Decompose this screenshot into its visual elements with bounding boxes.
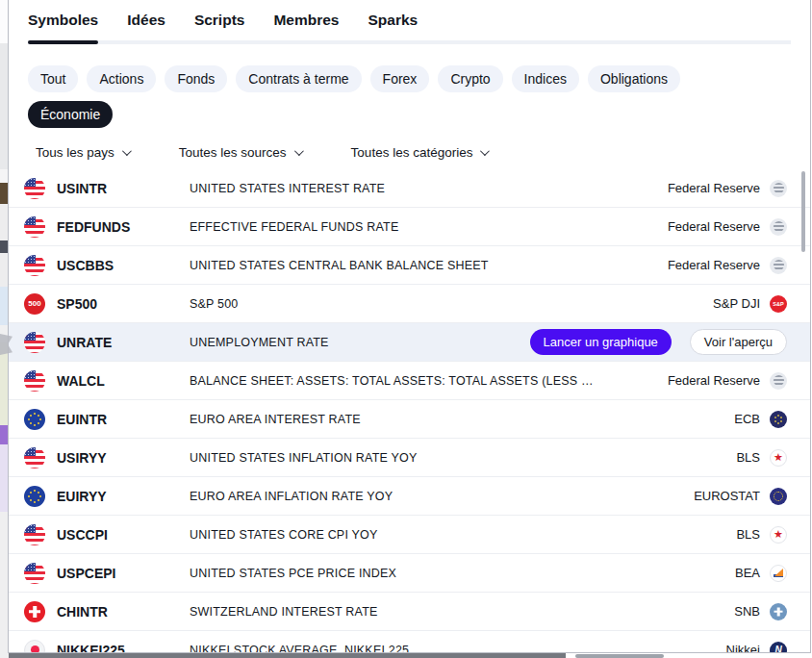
filter-chip-contrats-a-terme[interactable]: Contrats à terme [236,65,361,92]
chevron-down-icon [480,146,490,156]
symbol-description: UNITED STATES INTEREST RATE [190,182,668,195]
chevron-down-icon [122,146,132,156]
symbol-row-nikkei225[interactable]: NIKKEI225 NIKKEI STOCK AVERAGE, NIKKEI 2… [9,631,810,653]
asset-type-filters: Tout Actions Fonds Contrats à terme Fore… [28,65,778,92]
jp-flag-icon [24,640,45,654]
source-label: Federal Reserve [668,181,760,195]
tab-idees[interactable]: Idées [127,12,165,40]
symbol-description: UNITED STATES PCE PRICE INDEX [190,567,735,580]
fed-icon [770,257,787,274]
row-right-area: SNB [734,603,787,620]
dialog-tabs: Symboles Idées Scripts Membres Sparks [28,0,791,44]
symbol-description: UNITED STATES CENTRAL BANK BALANCE SHEET [190,259,668,272]
row-right-area: BLS★ [736,449,787,467]
fed-icon [770,180,787,197]
us-flag-icon [24,216,45,238]
symbol-description: UNITED STATES CORE CPI YOY [190,528,736,542]
symbol-row-euintr[interactable]: EUINTR EURO AREA INTEREST RATE ECB [9,400,810,439]
filter-chip-crypto[interactable]: Crypto [438,65,502,92]
preview-button[interactable]: Voir l'aperçu [690,329,787,355]
symbol-ticker: CHINTR [57,604,190,620]
symbol-ticker: USCCPI [57,527,190,543]
symbol-ticker: UNRATE [57,335,190,350]
symbol-ticker: SP500 [57,296,190,312]
row-right-area: EUROSTAT [694,488,787,505]
symbol-ticker: USPCEPI [57,566,190,581]
row-right-area: NikkeiN [726,642,787,654]
source-label: SNB [734,604,760,619]
bea-icon [770,565,787,582]
symbol-ticker: EUINTR [57,412,190,427]
background-page-bottom-bar [9,653,566,658]
scrollbar-thumb[interactable] [801,171,805,252]
source-label: Federal Reserve [668,219,760,234]
fed-icon [770,372,787,390]
dropdown-tous-les-pays[interactable]: Tous les pays [36,145,129,160]
symbol-row-chintr[interactable]: CHINTR SWITZERLAND INTEREST RATE SNB [9,593,810,631]
us-flag-icon [24,178,45,199]
symbol-ticker: WALCL [57,373,190,389]
symbol-row-sp500[interactable]: 500 SP500 S&P 500 S&P DJIS&P [9,285,810,323]
nikkei-icon: N [770,642,787,654]
us-flag-icon [24,447,45,468]
source-label: EUROSTAT [694,489,760,503]
source-label: S&P DJI [713,296,760,311]
symbol-row-fedfunds[interactable]: FEDFUNDS EFFECTIVE FEDERAL FUNDS RATE Fe… [9,208,810,246]
tab-scripts[interactable]: Scripts [194,12,245,40]
background-page-date-text [575,654,664,658]
eurostat-icon [770,488,787,505]
us-flag-icon [24,563,45,584]
source-label: Nikkei [726,643,760,653]
filter-chip-indices[interactable]: Indices [512,65,579,92]
fed-icon [770,218,787,236]
symbol-ticker: USINTR [57,181,190,196]
dropdown-toutes-les-sources[interactable]: Toutes les sources [179,145,301,160]
symbol-description: NIKKEI STOCK AVERAGE, NIKKEI 225 [190,644,726,654]
symbol-description: BALANCE SHEET: ASSETS: TOTAL ASSETS: TOT… [190,374,668,388]
symbol-row-usiryy[interactable]: USIRYY UNITED STATES INFLATION RATE YOY … [9,439,810,477]
filter-chip-fonds[interactable]: Fonds [165,65,227,92]
symbol-row-unrate[interactable]: UNRATE UNEMPLOYMENT RATE Lancer un graph… [9,323,810,362]
asset-type-filters-row2: Économie [28,101,113,128]
filter-chip-forex[interactable]: Forex [370,65,430,92]
tab-sparks[interactable]: Sparks [368,12,419,40]
row-right-area: Federal Reserve [668,180,787,197]
us-flag-icon [24,370,45,392]
symbol-list: USINTR UNITED STATES INTEREST RATE Feder… [9,169,810,653]
symbol-description: UNEMPLOYMENT RATE [190,336,530,349]
filter-chip-tout[interactable]: Tout [28,65,78,92]
symbol-description: EFFECTIVE FEDERAL FUNDS RATE [190,220,668,234]
symbol-row-walcl[interactable]: WALCL BALANCE SHEET: ASSETS: TOTAL ASSET… [9,362,810,400]
symbol-ticker: NIKKEI225 [57,643,190,654]
row-right-area: BLS★ [736,526,787,544]
filter-chip-actions[interactable]: Actions [87,65,156,92]
filter-chip-economie[interactable]: Économie [28,101,113,128]
row-right-area: BEA [735,565,787,582]
source-label: Federal Reserve [668,373,760,388]
symbol-row-usintr[interactable]: USINTR UNITED STATES INTEREST RATE Feder… [9,169,810,208]
snb-icon [770,603,787,620]
symbol-description: S&P 500 [190,297,713,311]
filter-dropdowns: Tous les pays Toutes les sources Toutes … [36,140,487,164]
symbol-description: EURO AREA INTEREST RATE [190,413,734,426]
symbol-row-uscbbs[interactable]: USCBBS UNITED STATES CENTRAL BANK BALANC… [9,246,810,285]
spdji-icon: S&P [770,295,787,313]
us-flag-icon [24,524,45,545]
row-right-area: Federal Reserve [668,257,787,274]
tab-symboles[interactable]: Symboles [28,12,98,40]
launch-chart-button[interactable]: Lancer un graphique [530,329,672,355]
symbol-row-usccpi[interactable]: USCCPI UNITED STATES CORE CPI YOY BLS★ [9,516,810,554]
symbol-description: SWITZERLAND INTEREST RATE [190,605,734,619]
us-flag-icon [24,332,45,353]
symbol-ticker: USIRYY [57,450,190,466]
symbol-row-euiryy[interactable]: EUIRYY EURO AREA INFLATION RATE YOY EURO… [9,477,810,516]
dropdown-toutes-les-categories[interactable]: Toutes les catégories [351,145,488,160]
source-label: BEA [735,566,760,580]
eu-flag-icon [24,486,45,507]
source-label: BLS [736,450,760,465]
tab-membres[interactable]: Membres [273,12,339,40]
symbol-ticker: FEDFUNDS [57,219,190,235]
filter-chip-obligations[interactable]: Obligations [588,65,680,92]
symbol-row-uspcepi[interactable]: USPCEPI UNITED STATES PCE PRICE INDEX BE… [9,554,810,593]
row-right-area: S&P DJIS&P [713,295,787,313]
